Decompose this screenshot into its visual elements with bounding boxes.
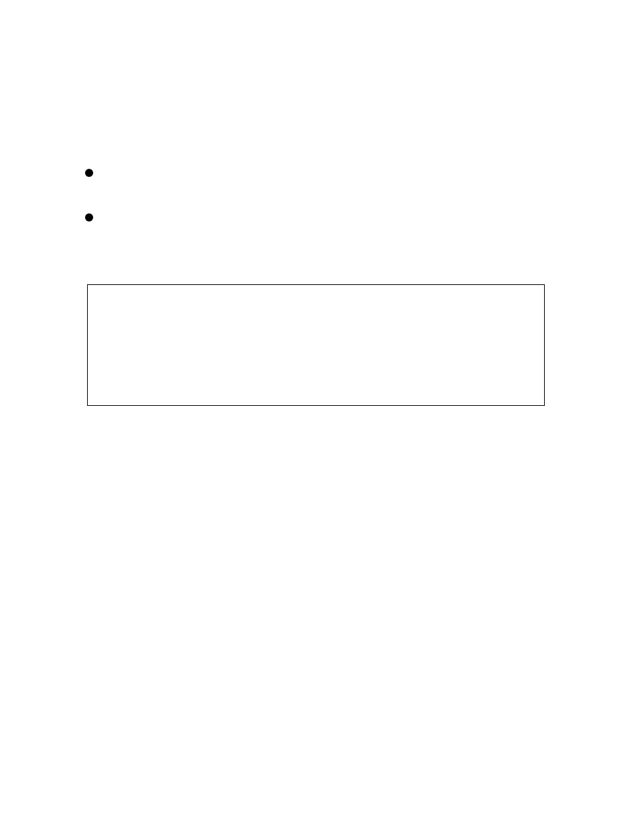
- document-page: [0, 0, 644, 834]
- bullet-dot-icon: [85, 213, 93, 221]
- content-box: [87, 284, 545, 406]
- bullet-item-2: [85, 212, 93, 224]
- bullet-list: [85, 167, 93, 257]
- bullet-dot-icon: [85, 169, 93, 177]
- bullet-item-1: [85, 167, 93, 180]
